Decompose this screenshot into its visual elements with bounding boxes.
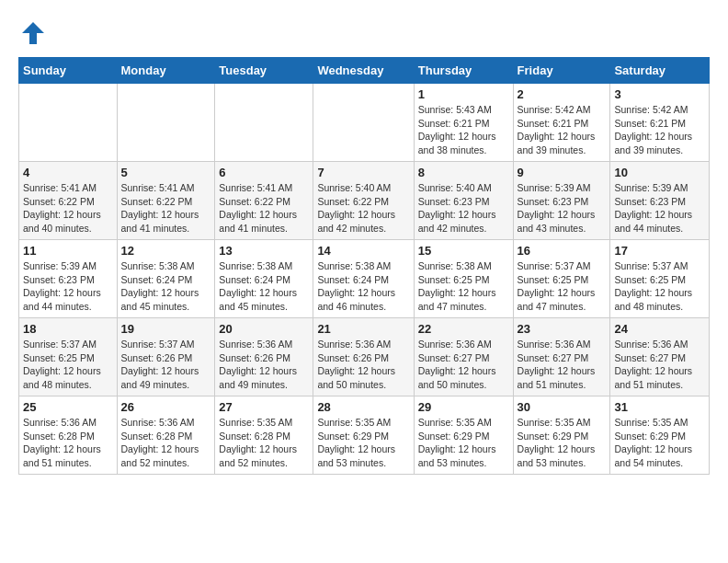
day-number: 15 bbox=[418, 244, 509, 258]
calendar-cell: 18Sunrise: 5:37 AM Sunset: 6:25 PM Dayli… bbox=[19, 318, 118, 396]
day-number: 30 bbox=[518, 400, 607, 414]
calendar-cell: 25Sunrise: 5:36 AM Sunset: 6:28 PM Dayli… bbox=[19, 396, 118, 475]
calendar-cell: 23Sunrise: 5:36 AM Sunset: 6:27 PM Dayli… bbox=[513, 318, 610, 396]
day-info: Sunrise: 5:41 AM Sunset: 6:22 PM Dayligh… bbox=[23, 181, 113, 236]
day-info: Sunrise: 5:37 AM Sunset: 6:26 PM Dayligh… bbox=[121, 338, 211, 392]
calendar-cell: 14Sunrise: 5:38 AM Sunset: 6:24 PM Dayli… bbox=[313, 240, 414, 318]
day-info: Sunrise: 5:36 AM Sunset: 6:27 PM Dayligh… bbox=[518, 338, 607, 392]
calendar-cell: 7Sunrise: 5:40 AM Sunset: 6:22 PM Daylig… bbox=[313, 162, 414, 240]
day-info: Sunrise: 5:35 AM Sunset: 6:29 PM Dayligh… bbox=[518, 416, 607, 470]
day-number: 22 bbox=[418, 322, 509, 336]
day-number: 27 bbox=[219, 400, 309, 414]
day-number: 2 bbox=[518, 87, 607, 101]
week-row-4: 18Sunrise: 5:37 AM Sunset: 6:25 PM Dayli… bbox=[19, 318, 710, 396]
day-info: Sunrise: 5:35 AM Sunset: 6:28 PM Dayligh… bbox=[219, 416, 309, 470]
day-number: 12 bbox=[121, 244, 211, 258]
day-number: 24 bbox=[614, 322, 705, 336]
calendar-cell: 31Sunrise: 5:35 AM Sunset: 6:29 PM Dayli… bbox=[610, 396, 710, 475]
day-number: 1 bbox=[418, 87, 509, 101]
calendar-cell: 4Sunrise: 5:41 AM Sunset: 6:22 PM Daylig… bbox=[19, 162, 118, 240]
week-row-5: 25Sunrise: 5:36 AM Sunset: 6:28 PM Dayli… bbox=[19, 396, 710, 475]
day-info: Sunrise: 5:42 AM Sunset: 6:21 PM Dayligh… bbox=[614, 103, 705, 157]
day-info: Sunrise: 5:35 AM Sunset: 6:29 PM Dayligh… bbox=[317, 416, 409, 470]
day-number: 19 bbox=[121, 322, 211, 336]
day-number: 10 bbox=[614, 166, 705, 179]
day-info: Sunrise: 5:40 AM Sunset: 6:22 PM Dayligh… bbox=[317, 181, 409, 236]
day-number: 5 bbox=[121, 166, 211, 179]
day-number: 26 bbox=[121, 400, 211, 414]
calendar-cell bbox=[215, 84, 313, 162]
calendar-table: SundayMondayTuesdayWednesdayThursdayFrid… bbox=[18, 57, 710, 475]
calendar-cell bbox=[117, 84, 215, 162]
calendar-cell bbox=[313, 84, 414, 162]
day-info: Sunrise: 5:36 AM Sunset: 6:28 PM Dayligh… bbox=[23, 416, 113, 470]
calendar-cell: 12Sunrise: 5:38 AM Sunset: 6:24 PM Dayli… bbox=[117, 240, 215, 318]
day-number: 21 bbox=[317, 322, 409, 336]
calendar-cell: 24Sunrise: 5:36 AM Sunset: 6:27 PM Dayli… bbox=[610, 318, 710, 396]
day-number: 20 bbox=[219, 322, 309, 336]
day-info: Sunrise: 5:36 AM Sunset: 6:28 PM Dayligh… bbox=[121, 416, 211, 470]
day-info: Sunrise: 5:38 AM Sunset: 6:25 PM Dayligh… bbox=[418, 259, 509, 314]
day-number: 25 bbox=[23, 400, 113, 414]
day-info: Sunrise: 5:41 AM Sunset: 6:22 PM Dayligh… bbox=[219, 181, 309, 236]
header bbox=[18, 18, 710, 48]
week-row-2: 4Sunrise: 5:41 AM Sunset: 6:22 PM Daylig… bbox=[19, 162, 710, 240]
day-info: Sunrise: 5:36 AM Sunset: 6:27 PM Dayligh… bbox=[614, 338, 705, 392]
day-number: 6 bbox=[219, 166, 309, 179]
day-number: 23 bbox=[518, 322, 607, 336]
day-header-thursday: Thursday bbox=[414, 58, 513, 84]
week-row-1: 1Sunrise: 5:43 AM Sunset: 6:21 PM Daylig… bbox=[19, 84, 710, 162]
day-info: Sunrise: 5:38 AM Sunset: 6:24 PM Dayligh… bbox=[317, 259, 409, 314]
day-number: 28 bbox=[317, 400, 409, 414]
day-info: Sunrise: 5:35 AM Sunset: 6:29 PM Dayligh… bbox=[418, 416, 509, 470]
svg-marker-0 bbox=[22, 22, 44, 44]
logo bbox=[18, 18, 51, 48]
day-number: 7 bbox=[317, 166, 409, 179]
day-info: Sunrise: 5:42 AM Sunset: 6:21 PM Dayligh… bbox=[518, 103, 607, 157]
day-info: Sunrise: 5:37 AM Sunset: 6:25 PM Dayligh… bbox=[23, 338, 113, 392]
day-number: 16 bbox=[518, 244, 607, 258]
day-info: Sunrise: 5:39 AM Sunset: 6:23 PM Dayligh… bbox=[23, 259, 113, 314]
calendar-cell: 22Sunrise: 5:36 AM Sunset: 6:27 PM Dayli… bbox=[414, 318, 513, 396]
week-row-3: 11Sunrise: 5:39 AM Sunset: 6:23 PM Dayli… bbox=[19, 240, 710, 318]
day-header-sunday: Sunday bbox=[19, 58, 118, 84]
calendar-cell: 2Sunrise: 5:42 AM Sunset: 6:21 PM Daylig… bbox=[513, 84, 610, 162]
day-info: Sunrise: 5:36 AM Sunset: 6:27 PM Dayligh… bbox=[418, 338, 509, 392]
calendar-cell: 3Sunrise: 5:42 AM Sunset: 6:21 PM Daylig… bbox=[610, 84, 710, 162]
calendar-cell bbox=[19, 84, 118, 162]
day-header-monday: Monday bbox=[117, 58, 215, 84]
calendar-cell: 1Sunrise: 5:43 AM Sunset: 6:21 PM Daylig… bbox=[414, 84, 513, 162]
calendar-cell: 26Sunrise: 5:36 AM Sunset: 6:28 PM Dayli… bbox=[117, 396, 215, 475]
day-number: 14 bbox=[317, 244, 409, 258]
day-header-wednesday: Wednesday bbox=[313, 58, 414, 84]
calendar-cell: 13Sunrise: 5:38 AM Sunset: 6:24 PM Dayli… bbox=[215, 240, 313, 318]
day-info: Sunrise: 5:35 AM Sunset: 6:29 PM Dayligh… bbox=[614, 416, 705, 470]
calendar-cell: 6Sunrise: 5:41 AM Sunset: 6:22 PM Daylig… bbox=[215, 162, 313, 240]
day-number: 3 bbox=[614, 87, 705, 101]
day-number: 4 bbox=[23, 166, 113, 179]
day-info: Sunrise: 5:40 AM Sunset: 6:23 PM Dayligh… bbox=[418, 181, 509, 236]
day-number: 11 bbox=[23, 244, 113, 258]
day-info: Sunrise: 5:41 AM Sunset: 6:22 PM Dayligh… bbox=[121, 181, 211, 236]
day-header-friday: Friday bbox=[513, 58, 610, 84]
day-number: 9 bbox=[518, 166, 607, 179]
calendar-cell: 21Sunrise: 5:36 AM Sunset: 6:26 PM Dayli… bbox=[313, 318, 414, 396]
logo-icon bbox=[18, 18, 48, 48]
day-info: Sunrise: 5:38 AM Sunset: 6:24 PM Dayligh… bbox=[121, 259, 211, 314]
day-info: Sunrise: 5:43 AM Sunset: 6:21 PM Dayligh… bbox=[418, 103, 509, 157]
day-info: Sunrise: 5:36 AM Sunset: 6:26 PM Dayligh… bbox=[317, 338, 409, 392]
day-number: 29 bbox=[418, 400, 509, 414]
day-info: Sunrise: 5:36 AM Sunset: 6:26 PM Dayligh… bbox=[219, 338, 309, 392]
day-number: 8 bbox=[418, 166, 509, 179]
days-header-row: SundayMondayTuesdayWednesdayThursdayFrid… bbox=[19, 58, 710, 84]
day-info: Sunrise: 5:37 AM Sunset: 6:25 PM Dayligh… bbox=[518, 259, 607, 314]
day-number: 18 bbox=[23, 322, 113, 336]
calendar-cell: 5Sunrise: 5:41 AM Sunset: 6:22 PM Daylig… bbox=[117, 162, 215, 240]
day-header-tuesday: Tuesday bbox=[215, 58, 313, 84]
day-info: Sunrise: 5:39 AM Sunset: 6:23 PM Dayligh… bbox=[518, 181, 607, 236]
calendar-cell: 8Sunrise: 5:40 AM Sunset: 6:23 PM Daylig… bbox=[414, 162, 513, 240]
calendar-cell: 11Sunrise: 5:39 AM Sunset: 6:23 PM Dayli… bbox=[19, 240, 118, 318]
calendar-cell: 15Sunrise: 5:38 AM Sunset: 6:25 PM Dayli… bbox=[414, 240, 513, 318]
calendar-cell: 29Sunrise: 5:35 AM Sunset: 6:29 PM Dayli… bbox=[414, 396, 513, 475]
day-number: 17 bbox=[614, 244, 705, 258]
